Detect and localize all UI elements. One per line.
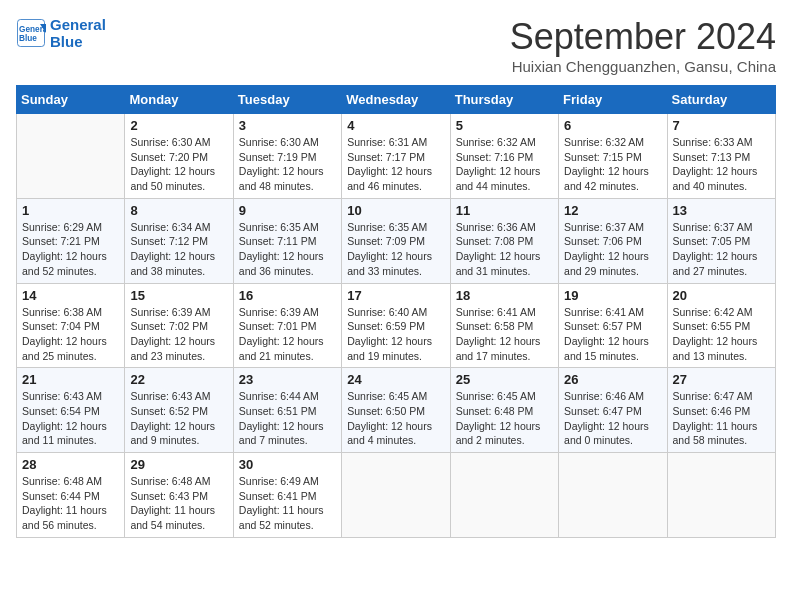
day-info: Sunrise: 6:45 AMSunset: 6:48 PMDaylight:… [456,389,553,448]
day-number: 18 [456,288,553,303]
calendar-table: Sunday Monday Tuesday Wednesday Thursday… [16,85,776,538]
day-info: Sunrise: 6:43 AMSunset: 6:54 PMDaylight:… [22,389,119,448]
calendar-day-cell: 20Sunrise: 6:42 AMSunset: 6:55 PMDayligh… [667,283,775,368]
calendar-day-cell: 6Sunrise: 6:32 AMSunset: 7:15 PMDaylight… [559,114,667,199]
calendar-day-cell: 17Sunrise: 6:40 AMSunset: 6:59 PMDayligh… [342,283,450,368]
day-info: Sunrise: 6:41 AMSunset: 6:57 PMDaylight:… [564,305,661,364]
calendar-day-cell: 24Sunrise: 6:45 AMSunset: 6:50 PMDayligh… [342,368,450,453]
day-info: Sunrise: 6:31 AMSunset: 7:17 PMDaylight:… [347,135,444,194]
day-number: 21 [22,372,119,387]
calendar-day-cell: 30Sunrise: 6:49 AMSunset: 6:41 PMDayligh… [233,453,341,538]
calendar-day-cell: 22Sunrise: 6:43 AMSunset: 6:52 PMDayligh… [125,368,233,453]
day-info: Sunrise: 6:29 AMSunset: 7:21 PMDaylight:… [22,220,119,279]
calendar-day-cell: 2Sunrise: 6:30 AMSunset: 7:20 PMDaylight… [125,114,233,199]
day-info: Sunrise: 6:35 AMSunset: 7:09 PMDaylight:… [347,220,444,279]
calendar-day-cell: 8Sunrise: 6:34 AMSunset: 7:12 PMDaylight… [125,198,233,283]
day-info: Sunrise: 6:48 AMSunset: 6:44 PMDaylight:… [22,474,119,533]
calendar-day-cell: 10Sunrise: 6:35 AMSunset: 7:09 PMDayligh… [342,198,450,283]
day-number: 2 [130,118,227,133]
calendar-day-cell: 5Sunrise: 6:32 AMSunset: 7:16 PMDaylight… [450,114,558,199]
calendar-day-cell: 12Sunrise: 6:37 AMSunset: 7:06 PMDayligh… [559,198,667,283]
col-saturday: Saturday [667,86,775,114]
calendar-day-cell: 19Sunrise: 6:41 AMSunset: 6:57 PMDayligh… [559,283,667,368]
col-monday: Monday [125,86,233,114]
day-number: 29 [130,457,227,472]
calendar-day-cell: 3Sunrise: 6:30 AMSunset: 7:19 PMDaylight… [233,114,341,199]
day-info: Sunrise: 6:37 AMSunset: 7:05 PMDaylight:… [673,220,770,279]
day-number: 24 [347,372,444,387]
day-number: 8 [130,203,227,218]
day-info: Sunrise: 6:41 AMSunset: 6:58 PMDaylight:… [456,305,553,364]
location-title: Huixian Chengguanzhen, Gansu, China [510,58,776,75]
calendar-day-cell: 4Sunrise: 6:31 AMSunset: 7:17 PMDaylight… [342,114,450,199]
calendar-day-cell: 25Sunrise: 6:45 AMSunset: 6:48 PMDayligh… [450,368,558,453]
col-friday: Friday [559,86,667,114]
day-info: Sunrise: 6:42 AMSunset: 6:55 PMDaylight:… [673,305,770,364]
day-number: 20 [673,288,770,303]
logo-icon: General Blue [16,18,46,48]
day-number: 1 [22,203,119,218]
day-number: 5 [456,118,553,133]
calendar-week-row: 21Sunrise: 6:43 AMSunset: 6:54 PMDayligh… [17,368,776,453]
day-number: 9 [239,203,336,218]
calendar-day-cell: 21Sunrise: 6:43 AMSunset: 6:54 PMDayligh… [17,368,125,453]
calendar-day-cell: 26Sunrise: 6:46 AMSunset: 6:47 PMDayligh… [559,368,667,453]
day-info: Sunrise: 6:33 AMSunset: 7:13 PMDaylight:… [673,135,770,194]
logo: General Blue GeneralBlue [16,16,106,50]
day-number: 14 [22,288,119,303]
day-number: 15 [130,288,227,303]
day-info: Sunrise: 6:46 AMSunset: 6:47 PMDaylight:… [564,389,661,448]
day-number: 12 [564,203,661,218]
calendar-day-cell [559,453,667,538]
calendar-day-cell: 9Sunrise: 6:35 AMSunset: 7:11 PMDaylight… [233,198,341,283]
day-info: Sunrise: 6:39 AMSunset: 7:01 PMDaylight:… [239,305,336,364]
day-info: Sunrise: 6:45 AMSunset: 6:50 PMDaylight:… [347,389,444,448]
calendar-day-cell: 23Sunrise: 6:44 AMSunset: 6:51 PMDayligh… [233,368,341,453]
day-info: Sunrise: 6:38 AMSunset: 7:04 PMDaylight:… [22,305,119,364]
calendar-day-cell: 18Sunrise: 6:41 AMSunset: 6:58 PMDayligh… [450,283,558,368]
day-number: 23 [239,372,336,387]
day-info: Sunrise: 6:34 AMSunset: 7:12 PMDaylight:… [130,220,227,279]
col-wednesday: Wednesday [342,86,450,114]
calendar-week-row: 14Sunrise: 6:38 AMSunset: 7:04 PMDayligh… [17,283,776,368]
day-number: 22 [130,372,227,387]
col-sunday: Sunday [17,86,125,114]
day-number: 28 [22,457,119,472]
day-info: Sunrise: 6:43 AMSunset: 6:52 PMDaylight:… [130,389,227,448]
day-info: Sunrise: 6:40 AMSunset: 6:59 PMDaylight:… [347,305,444,364]
calendar-week-row: 28Sunrise: 6:48 AMSunset: 6:44 PMDayligh… [17,453,776,538]
calendar-day-cell [342,453,450,538]
day-info: Sunrise: 6:37 AMSunset: 7:06 PMDaylight:… [564,220,661,279]
calendar-day-cell: 29Sunrise: 6:48 AMSunset: 6:43 PMDayligh… [125,453,233,538]
day-number: 17 [347,288,444,303]
day-info: Sunrise: 6:32 AMSunset: 7:16 PMDaylight:… [456,135,553,194]
day-number: 25 [456,372,553,387]
calendar-day-cell: 1Sunrise: 6:29 AMSunset: 7:21 PMDaylight… [17,198,125,283]
day-number: 13 [673,203,770,218]
day-number: 7 [673,118,770,133]
col-thursday: Thursday [450,86,558,114]
calendar-day-cell: 11Sunrise: 6:36 AMSunset: 7:08 PMDayligh… [450,198,558,283]
day-number: 27 [673,372,770,387]
day-info: Sunrise: 6:30 AMSunset: 7:20 PMDaylight:… [130,135,227,194]
day-info: Sunrise: 6:47 AMSunset: 6:46 PMDaylight:… [673,389,770,448]
svg-text:Blue: Blue [19,34,37,43]
calendar-week-row: 2Sunrise: 6:30 AMSunset: 7:20 PMDaylight… [17,114,776,199]
day-info: Sunrise: 6:49 AMSunset: 6:41 PMDaylight:… [239,474,336,533]
calendar-day-cell: 27Sunrise: 6:47 AMSunset: 6:46 PMDayligh… [667,368,775,453]
day-number: 3 [239,118,336,133]
calendar-day-cell: 16Sunrise: 6:39 AMSunset: 7:01 PMDayligh… [233,283,341,368]
title-section: September 2024 Huixian Chengguanzhen, Ga… [510,16,776,75]
calendar-day-cell [667,453,775,538]
day-info: Sunrise: 6:39 AMSunset: 7:02 PMDaylight:… [130,305,227,364]
day-number: 6 [564,118,661,133]
day-number: 26 [564,372,661,387]
calendar-header-row: Sunday Monday Tuesday Wednesday Thursday… [17,86,776,114]
calendar-day-cell: 7Sunrise: 6:33 AMSunset: 7:13 PMDaylight… [667,114,775,199]
logo-text: GeneralBlue [50,16,106,50]
day-info: Sunrise: 6:30 AMSunset: 7:19 PMDaylight:… [239,135,336,194]
day-number: 16 [239,288,336,303]
calendar-day-cell: 13Sunrise: 6:37 AMSunset: 7:05 PMDayligh… [667,198,775,283]
day-number: 30 [239,457,336,472]
calendar-day-cell: 28Sunrise: 6:48 AMSunset: 6:44 PMDayligh… [17,453,125,538]
